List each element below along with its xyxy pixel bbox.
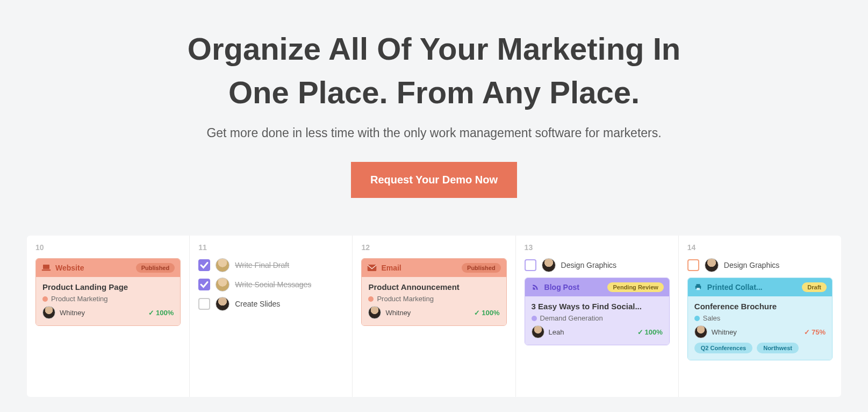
- day-number: 10: [35, 243, 181, 252]
- task-label: Design Graphics: [724, 261, 780, 269]
- card-header: EmailPublished: [362, 259, 506, 277]
- card-body: 3 Easy Ways to Find Social...Demand Gene…: [525, 296, 669, 345]
- avatar: [532, 325, 544, 338]
- project-card[interactable]: WebsitePublishedProduct Landing PageProd…: [35, 258, 181, 326]
- avatar: [694, 325, 707, 338]
- card-tag: Product Marketing: [368, 295, 499, 303]
- task-row[interactable]: Write Social Messages: [198, 278, 343, 292]
- card-header: Blog PostPending Review: [525, 278, 669, 296]
- avatar: [42, 306, 55, 319]
- project-card[interactable]: Printed Collat...DraftConference Brochur…: [687, 278, 833, 360]
- hero-subtitle: Get more done in less time with the only…: [0, 126, 868, 140]
- card-header: WebsitePublished: [36, 259, 180, 277]
- tag-dot: [368, 296, 374, 302]
- status-badge: Published: [462, 263, 501, 273]
- card-title: Conference Brochure: [694, 302, 826, 311]
- card-tag: Sales: [694, 314, 826, 322]
- svg-rect-1: [42, 269, 51, 271]
- svg-rect-0: [43, 265, 49, 269]
- card-footer: Whitney75%: [694, 325, 826, 338]
- card-tag: Demand Generation: [532, 314, 663, 322]
- task-row[interactable]: Design Graphics: [525, 258, 670, 272]
- project-card[interactable]: Blog PostPending Review3 Easy Ways to Fi…: [525, 278, 670, 345]
- tag-dot: [694, 316, 700, 321]
- calendar-column: 14Design GraphicsPrinted Collat...DraftC…: [679, 236, 841, 397]
- calendar-column: 13Design GraphicsBlog PostPending Review…: [516, 236, 679, 397]
- task-checkbox[interactable]: [198, 259, 210, 271]
- card-body: Product AnnouncementProduct MarketingWhi…: [362, 277, 506, 325]
- calendar-column: 12EmailPublishedProduct AnnouncementProd…: [353, 236, 515, 397]
- task-checkbox[interactable]: [525, 259, 536, 271]
- progress-percent: 100%: [148, 309, 174, 317]
- svg-point-3: [533, 289, 534, 290]
- tag-dot: [532, 316, 537, 321]
- avatar: [216, 278, 229, 292]
- printer-icon: [693, 283, 703, 291]
- owner-name: Whitney: [60, 309, 144, 317]
- card-footer: Leah100%: [532, 325, 663, 338]
- tag-label: Product Marketing: [51, 295, 108, 303]
- svg-rect-6: [697, 288, 700, 290]
- card-title: Product Landing Page: [42, 282, 174, 292]
- task-checkbox[interactable]: [198, 279, 210, 290]
- calendar-column: 10WebsitePublishedProduct Landing PagePr…: [27, 236, 190, 397]
- card-body: Product Landing PageProduct MarketingWhi…: [36, 277, 180, 325]
- svg-rect-4: [696, 285, 700, 286]
- laptop-icon: [41, 264, 51, 272]
- task-row[interactable]: Write Final Draft: [198, 258, 343, 272]
- card-type-label: Website: [55, 264, 132, 272]
- tag-label: Product Marketing: [377, 295, 434, 303]
- calendar-column: 11Write Final DraftWrite Social Messages…: [190, 236, 353, 397]
- card-footer: Whitney100%: [42, 306, 174, 319]
- task-row[interactable]: Create Slides: [198, 297, 343, 311]
- day-number: 13: [525, 243, 670, 252]
- card-pill[interactable]: Northwest: [757, 343, 799, 353]
- card-pills: Q2 ConferencesNorthwest: [694, 343, 826, 353]
- avatar: [368, 306, 381, 319]
- card-title: Product Announcement: [368, 282, 499, 292]
- task-row[interactable]: Design Graphics: [687, 258, 833, 272]
- envelope-icon: [367, 264, 377, 272]
- owner-name: Leah: [549, 328, 633, 336]
- card-type-label: Blog Post: [544, 283, 604, 292]
- tag-dot: [42, 296, 48, 302]
- progress-percent: 100%: [637, 328, 663, 336]
- calendar-board: 10WebsitePublishedProduct Landing PagePr…: [27, 236, 841, 397]
- tag-label: Sales: [703, 314, 721, 322]
- day-number: 12: [361, 243, 506, 252]
- avatar: [705, 258, 719, 272]
- request-demo-button[interactable]: Request Your Demo Now: [351, 162, 517, 198]
- progress-percent: 100%: [474, 309, 499, 317]
- hero-title: Organize All Of Your Marketing In One Pl…: [139, 27, 730, 114]
- card-tag: Product Marketing: [42, 295, 174, 303]
- task-label: Design Graphics: [561, 261, 617, 269]
- card-header: Printed Collat...Draft: [688, 278, 832, 296]
- card-footer: Whitney100%: [368, 306, 499, 319]
- avatar: [216, 297, 229, 311]
- task-label: Write Final Draft: [235, 261, 289, 269]
- project-card[interactable]: EmailPublishedProduct AnnouncementProduc…: [361, 258, 506, 326]
- day-number: 11: [198, 243, 343, 252]
- svg-rect-2: [368, 265, 377, 271]
- card-title: 3 Easy Ways to Find Social...: [532, 302, 663, 311]
- tag-label: Demand Generation: [540, 314, 603, 322]
- task-checkbox[interactable]: [687, 259, 699, 271]
- card-body: Conference BrochureSalesWhitney75%Q2 Con…: [688, 296, 832, 360]
- card-pill[interactable]: Q2 Conferences: [694, 343, 752, 353]
- task-checkbox[interactable]: [198, 298, 210, 310]
- card-type-label: Printed Collat...: [707, 283, 798, 292]
- status-badge: Published: [136, 263, 175, 273]
- hero-title-line2: One Place. From Any Place.: [228, 75, 640, 110]
- hero-section: Organize All Of Your Marketing In One Pl…: [0, 0, 868, 198]
- status-badge: Draft: [802, 282, 827, 292]
- progress-percent: 75%: [804, 328, 826, 336]
- task-label: Create Slides: [235, 300, 280, 308]
- hero-title-line1: Organize All Of Your Marketing In: [188, 31, 680, 66]
- owner-name: Whitney: [712, 328, 800, 336]
- owner-name: Whitney: [385, 309, 470, 317]
- day-number: 14: [687, 243, 833, 252]
- task-label: Write Social Messages: [235, 280, 311, 289]
- card-type-label: Email: [381, 264, 457, 272]
- status-badge: Pending Review: [607, 282, 663, 292]
- rss-icon: [530, 283, 540, 291]
